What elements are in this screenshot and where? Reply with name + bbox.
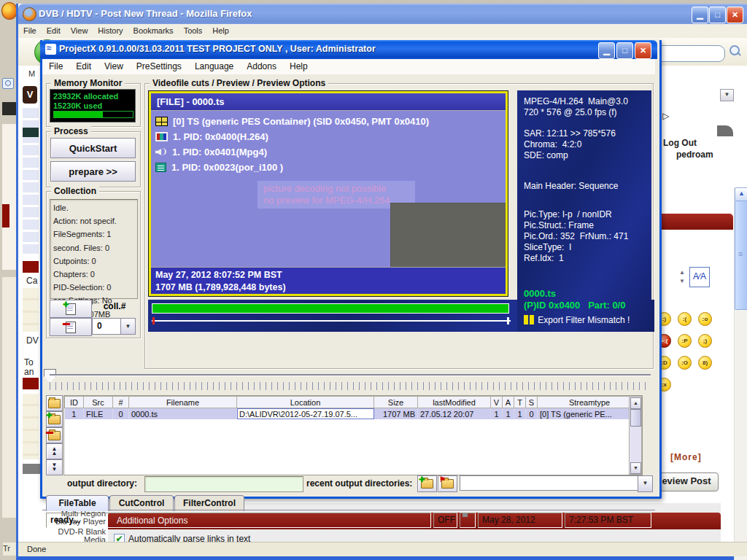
- coll-number-dropdown[interactable]: ▼: [120, 318, 136, 335]
- scroll-up-icon[interactable]: ▲: [630, 397, 641, 409]
- memory-monitor-group: Memory Monitor 23932K allocated 15230K u…: [46, 83, 141, 127]
- preview-post-button[interactable]: eview Post: [654, 472, 719, 491]
- process-group: Process QuickStart prepare >>: [46, 131, 141, 187]
- firefox-titlebar[interactable]: DVB / HDTV - Post New Thread - Mozilla F…: [18, 4, 747, 24]
- chevron-down-icon[interactable]: ▼: [720, 89, 734, 101]
- projectx-menubar: FileEditViewPreSettingsLanguageAddonsHel…: [42, 59, 655, 75]
- position-slider-thumb[interactable]: [507, 317, 509, 324]
- smiley-icon[interactable]: ;): [698, 334, 712, 348]
- logout-link[interactable]: s Log Out: [656, 138, 697, 148]
- warning-bars-icon: [524, 315, 528, 324]
- smiley-icon[interactable]: :o: [698, 312, 712, 326]
- folder-open-icon: [48, 399, 61, 408]
- projectx-titlebar[interactable]: ProjectX 0.91.0.00/31.03.2011 TEST PROJE…: [40, 40, 657, 59]
- cut-slider-track[interactable]: [50, 374, 651, 376]
- remove-collection-button[interactable]: ▬: [50, 318, 92, 336]
- menu-edit[interactable]: Edit: [42, 24, 66, 35]
- smiley-icon[interactable]: :P: [678, 334, 692, 348]
- stream-row[interactable]: [0] TS (generic PES Container) (SID 0x04…: [151, 114, 506, 129]
- browse-output-button[interactable]: ✚: [417, 475, 437, 492]
- table-scrollbar[interactable]: ▲ ▼: [629, 396, 642, 475]
- tab-filetable[interactable]: FileTable: [46, 495, 109, 511]
- menu-help[interactable]: Help: [283, 59, 314, 71]
- stream-row[interactable]: 1. PID: 0x0023(por_i100 ): [151, 160, 506, 175]
- scrollbar-thumb[interactable]: [630, 409, 641, 427]
- stream-row[interactable]: 1. PID: 0x0400(H.264): [151, 129, 506, 144]
- move-down-button[interactable]: ▼▼: [46, 459, 63, 475]
- menu-addons[interactable]: Addons: [240, 59, 283, 71]
- memory-usage-fill: [54, 112, 103, 117]
- scroll-up-icon[interactable]: ▲: [735, 187, 747, 201]
- cut-slider-thumb[interactable]: [44, 369, 56, 383]
- smiley-icon[interactable]: :(: [678, 312, 692, 326]
- menu-view[interactable]: View: [98, 59, 130, 71]
- close-button[interactable]: ✕: [727, 7, 743, 23]
- minimize-button[interactable]: ▁: [598, 42, 615, 59]
- status-time: 7:27:53 PM BST: [565, 513, 651, 528]
- menu-edit[interactable]: Edit: [69, 59, 98, 71]
- sidebar-fragment: an: [24, 367, 34, 377]
- tab-filtercontrol[interactable]: FilterControl: [174, 495, 244, 511]
- font-size-arrows[interactable]: ▲▼: [679, 268, 686, 287]
- quickstart-button[interactable]: QuickStart: [50, 138, 136, 158]
- menu-bookmarks[interactable]: Bookmarks: [128, 24, 179, 35]
- menu-tools[interactable]: Tools: [179, 24, 208, 35]
- search-input[interactable]: [654, 45, 725, 62]
- scroll-down-icon[interactable]: ▼: [630, 462, 641, 474]
- main-header-info: Main Header: Sequence: [524, 181, 618, 191]
- table-row[interactable]: 1 FILE 0 0000.ts D:\ALIDVR\2012-05-27.19…: [65, 408, 642, 420]
- memory-used: 15230K used: [50, 101, 135, 111]
- file-table[interactable]: IDSrc #Filename LocationSize lastModifie…: [64, 396, 642, 419]
- menu-help[interactable]: Help: [207, 24, 234, 35]
- audio-stream-icon: [155, 147, 167, 157]
- menu-history[interactable]: History: [93, 24, 128, 35]
- menu-file[interactable]: File: [42, 59, 69, 71]
- output-directory-input[interactable]: [144, 476, 303, 492]
- remove-output-button[interactable]: ⚑: [438, 475, 457, 492]
- recent-directories-value[interactable]: [460, 475, 638, 491]
- menu-view[interactable]: View: [66, 24, 93, 35]
- load-collection-button[interactable]: [46, 395, 63, 411]
- background-window-edge: Tr: [0, 0, 16, 560]
- maximize-button[interactable]: □: [616, 42, 633, 59]
- menu-language[interactable]: Language: [188, 59, 240, 71]
- tab-cutcontrol[interactable]: CutControl: [109, 495, 174, 511]
- preview-area[interactable]: [FILE] - 0000.ts [0] TS (generic PES Con…: [151, 93, 506, 294]
- stream-label: [0] TS (generic PES Container) (SID 0x04…: [173, 116, 429, 127]
- menu-file[interactable]: File: [18, 24, 42, 35]
- username-text: pedroam: [676, 149, 713, 160]
- smiley-icon[interactable]: :O: [678, 356, 692, 370]
- prepare-button[interactable]: prepare >>: [50, 161, 136, 182]
- sidebar-rows: [23, 288, 39, 332]
- add-file-button[interactable]: ✚: [46, 411, 63, 427]
- memory-allocated: 23932K allocated: [50, 90, 135, 101]
- page-scrollbar[interactable]: ▲ ▼: [734, 187, 747, 560]
- collection-status-line: PID-Selection: 0: [53, 281, 137, 294]
- search-icon[interactable]: [727, 44, 742, 58]
- recent-directories-label: recent output directories:: [306, 478, 412, 489]
- close-button[interactable]: ✕: [635, 42, 651, 59]
- minimize-button[interactable]: ▁: [692, 7, 708, 23]
- smiley-icon[interactable]: 8): [698, 356, 712, 370]
- content-box-corner: [717, 125, 733, 136]
- position-slider-start-mark[interactable]: [152, 317, 155, 324]
- background-status-fragment: Tr: [3, 542, 16, 556]
- preview-group-title: Videofile cuts / Preview / Preview Optio…: [150, 78, 328, 88]
- remove-file-button[interactable]: ▬: [46, 427, 63, 443]
- menu-presettings[interactable]: PreSettings: [130, 59, 188, 71]
- more-link[interactable]: [More]: [670, 452, 702, 462]
- move-up-button[interactable]: ▲▲: [46, 443, 63, 459]
- scrollbar-thumb[interactable]: [735, 201, 747, 310]
- stream-row[interactable]: 1. PID: 0x0401(Mpg4): [151, 144, 506, 160]
- background-block: [2, 124, 16, 270]
- recent-directories-dropdown[interactable]: ▼: [638, 475, 653, 492]
- maximize-button[interactable]: □: [709, 7, 726, 23]
- position-slider-track[interactable]: [152, 320, 511, 322]
- pic-type-info: Pic.Type: I-p / nonIDR: [524, 209, 612, 219]
- font-size-widget[interactable]: A∕A: [689, 267, 710, 287]
- collection-status-line: Action: not specif.: [53, 214, 137, 228]
- save-log-button[interactable]: [460, 513, 476, 528]
- preview-timestamp: May 27, 2012 8:07:52 PM BST: [155, 269, 506, 281]
- cut-slider-ticks: [50, 382, 651, 390]
- add-collection-button[interactable]: ✚: [50, 300, 92, 318]
